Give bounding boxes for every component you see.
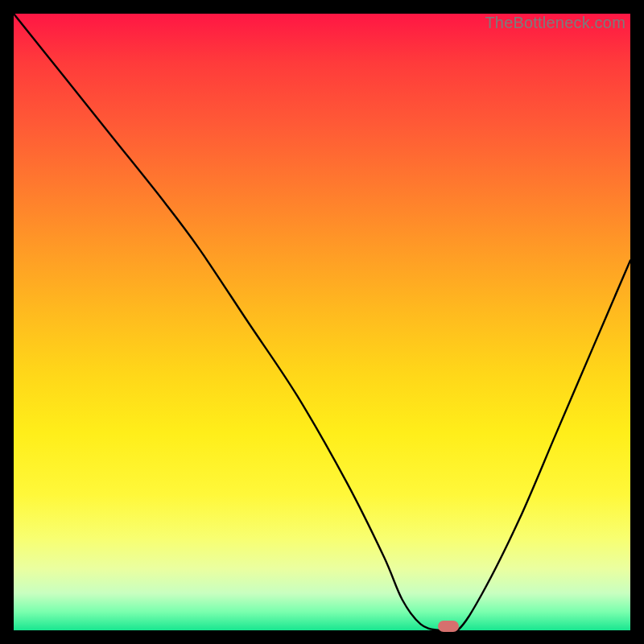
plot-area: TheBottleneck.com	[14, 14, 630, 630]
bottleneck-curve	[14, 14, 630, 630]
chart-frame: TheBottleneck.com	[0, 0, 644, 644]
optimum-marker	[438, 621, 459, 632]
